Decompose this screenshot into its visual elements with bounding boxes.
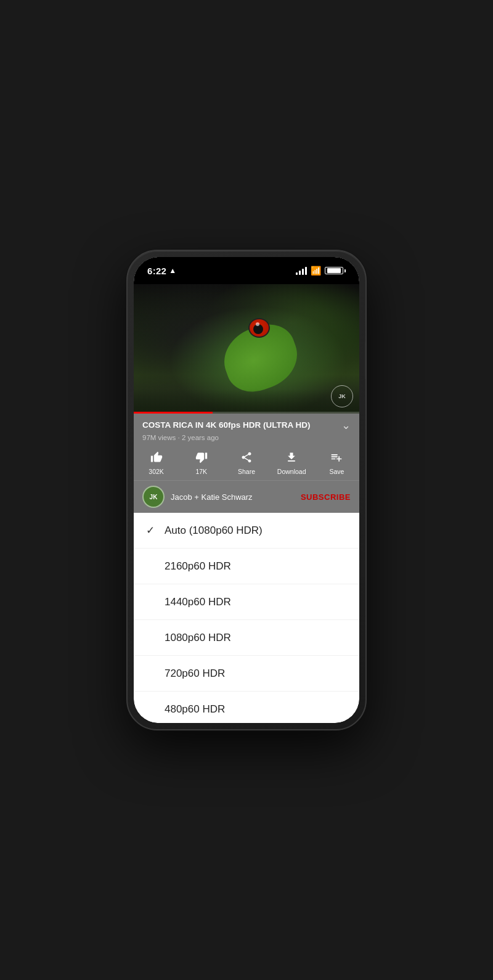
download-icon [285, 451, 298, 465]
video-progress-fill [134, 412, 213, 414]
quality-option-1080p[interactable]: 1080p60 HDR [134, 620, 359, 656]
battery-icon [325, 267, 346, 274]
channel-badge-overlay: JK [331, 385, 353, 407]
power-button[interactable] [365, 342, 367, 379]
wifi-icon: 📶 [311, 266, 321, 276]
quality-option-2160p[interactable]: 2160p60 HDR [134, 549, 359, 584]
channel-avatar-text: JK [150, 494, 158, 500]
share-button[interactable]: Share [231, 451, 262, 475]
chevron-down-icon[interactable]: ⌄ [341, 419, 351, 432]
quality-checkmark-auto: ✓ [146, 524, 165, 537]
video-info-section: COSTA RICA IN 4K 60fps HDR (ULTRA HD) ⌄ … [134, 414, 359, 445]
like-count: 302K [149, 468, 164, 475]
subscribe-button[interactable]: SUBSCRIBE [301, 492, 351, 502]
save-button[interactable]: Save [321, 451, 352, 475]
action-bar: 302K 17K Share [134, 445, 359, 480]
dislike-count: 17K [195, 468, 207, 475]
location-icon: ▲ [169, 266, 176, 275]
phone-frame: 6:22 ▲ 📶 [126, 250, 367, 730]
video-progress-bar[interactable] [134, 412, 359, 414]
quality-sheet: ✓ Auto (1080p60 HDR) 2160p60 HDR 1440p60… [134, 513, 359, 723]
dislike-button[interactable]: 17K [186, 451, 217, 475]
channel-name: Jacob + Katie Schwarz [171, 492, 301, 502]
save-label: Save [329, 468, 344, 475]
quality-option-1440p[interactable]: 1440p60 HDR [134, 584, 359, 620]
quality-label-1080p: 1080p60 HDR [165, 632, 231, 644]
video-title: COSTA RICA IN 4K 60fps HDR (ULTRA HD) [142, 420, 336, 431]
quality-option-720p[interactable]: 720p60 HDR [134, 656, 359, 692]
save-icon [330, 451, 343, 465]
volume-down-button[interactable] [126, 361, 128, 382]
share-label: Share [238, 468, 255, 475]
quality-label-2160p: 2160p60 HDR [165, 560, 231, 573]
quality-label-1440p: 1440p60 HDR [165, 596, 231, 608]
silent-button[interactable] [126, 309, 128, 327]
video-meta: 97M views · 2 years ago [142, 434, 351, 441]
quality-option-auto[interactable]: ✓ Auto (1080p60 HDR) [134, 513, 359, 549]
like-button[interactable]: 302K [141, 451, 172, 475]
download-button[interactable]: Download [276, 451, 307, 475]
status-time: 6:22 [147, 266, 166, 276]
phone-screen: 6:22 ▲ 📶 [134, 257, 359, 723]
screen-content: 6:22 ▲ 📶 [134, 257, 359, 723]
quality-label-720p: 720p60 HDR [165, 668, 225, 680]
download-label: Download [277, 468, 306, 475]
dislike-icon [195, 451, 208, 465]
signal-icon [296, 267, 307, 275]
share-icon [240, 451, 253, 465]
channel-row: JK Jacob + Katie Schwarz SUBSCRIBE [134, 480, 359, 513]
status-icons: 📶 [296, 266, 346, 276]
video-thumbnail[interactable]: JK [134, 284, 359, 414]
like-icon [150, 451, 163, 465]
notch [210, 263, 283, 280]
quality-label-480p: 480p60 HDR [165, 703, 225, 716]
channel-avatar[interactable]: JK [142, 486, 165, 508]
quality-label-auto: Auto (1080p60 HDR) [165, 525, 263, 537]
volume-up-button[interactable] [126, 331, 128, 353]
quality-option-480p[interactable]: 480p60 HDR [134, 692, 359, 723]
